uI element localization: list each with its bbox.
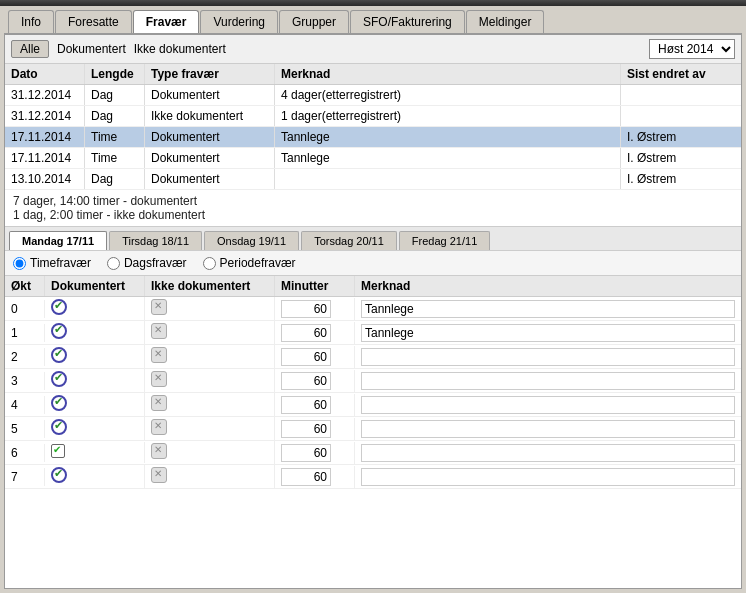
- tab-meldinger[interactable]: Meldinger: [466, 10, 545, 33]
- tab-vurdering[interactable]: Vurdering: [200, 10, 278, 33]
- week-tab-tue[interactable]: Tirsdag 18/11: [109, 231, 202, 250]
- cell-dato: 17.11.2014: [5, 148, 85, 168]
- radio-dagsfrav[interactable]: Dagsfravær: [107, 256, 187, 270]
- fravar-table: 31.12.2014 Dag Dokumentert 4 dager(etter…: [5, 85, 741, 190]
- dr-dok-0[interactable]: [45, 297, 145, 320]
- tab-sfo[interactable]: SFO/Fakturering: [350, 10, 465, 33]
- dr-dok-3[interactable]: [45, 369, 145, 392]
- check-green-icon[interactable]: [51, 371, 67, 387]
- x-grey-icon[interactable]: [151, 371, 167, 387]
- cell-type: Dokumentert: [145, 169, 275, 189]
- dr-okt-4: 4: [5, 396, 45, 414]
- dr-min-2[interactable]: [275, 346, 355, 368]
- col-lengde: Lengde: [85, 64, 145, 84]
- check-green-icon[interactable]: [51, 467, 67, 483]
- dr-dok-5[interactable]: [45, 417, 145, 440]
- dr-ikkdok-5[interactable]: [145, 417, 275, 440]
- dr-min-3[interactable]: [275, 370, 355, 392]
- cell-type: Dokumentert: [145, 127, 275, 147]
- dr-okt-1: 1: [5, 324, 45, 342]
- week-tab-wed[interactable]: Onsdag 19/11: [204, 231, 299, 250]
- table-row-selected[interactable]: 17.11.2014 Time Dokumentert Tannlege I. …: [5, 127, 741, 148]
- cell-sist: I. Østrem: [621, 127, 741, 147]
- tab-fravar[interactable]: Fravær: [133, 10, 200, 33]
- dr-ikkdok-2[interactable]: [145, 345, 275, 368]
- alle-button[interactable]: Alle: [11, 40, 49, 58]
- dr-dok-1[interactable]: [45, 321, 145, 344]
- dr-min-4[interactable]: [275, 394, 355, 416]
- dr-ikkdok-3[interactable]: [145, 369, 275, 392]
- table-row[interactable]: 13.10.2014 Dag Dokumentert I. Østrem: [5, 169, 741, 190]
- x-grey-icon[interactable]: [151, 323, 167, 339]
- week-tabs: Mandag 17/11 Tirsdag 18/11 Onsdag 19/11 …: [5, 226, 741, 251]
- check-green-icon[interactable]: [51, 299, 67, 315]
- dr-okt-5: 5: [5, 420, 45, 438]
- dr-okt-6: 6: [5, 444, 45, 462]
- radio-dagsfrav-label: Dagsfravær: [124, 256, 187, 270]
- dr-min-5[interactable]: [275, 418, 355, 440]
- dr-merk-7[interactable]: [355, 466, 741, 488]
- check-green-icon[interactable]: [51, 347, 67, 363]
- x-grey-icon[interactable]: [151, 299, 167, 315]
- dr-dok-6[interactable]: [45, 442, 145, 463]
- cell-merknad: 4 dager(etterregistrert): [275, 85, 621, 105]
- week-tab-mon[interactable]: Mandag 17/11: [9, 231, 107, 250]
- dr-min-7[interactable]: [275, 466, 355, 488]
- tab-grupper[interactable]: Grupper: [279, 10, 349, 33]
- detail-row-2: 2: [5, 345, 741, 369]
- ikke-dokumentert-filter[interactable]: Ikke dokumentert: [134, 42, 226, 56]
- dr-min-6[interactable]: [275, 442, 355, 464]
- dr-merk-0[interactable]: [355, 298, 741, 320]
- table-row[interactable]: 17.11.2014 Time Dokumentert Tannlege I. …: [5, 148, 741, 169]
- col-merknad: Merknad: [275, 64, 621, 84]
- absence-type-radio: Timefravær Dagsfravær Periodefravær: [5, 251, 741, 276]
- x-grey-icon[interactable]: [151, 467, 167, 483]
- week-tab-thu[interactable]: Torsdag 20/11: [301, 231, 397, 250]
- dr-ikkdok-6[interactable]: [145, 441, 275, 464]
- dr-min-0[interactable]: [275, 298, 355, 320]
- dokumentert-filter[interactable]: Dokumentert: [57, 42, 126, 56]
- dr-merk-4[interactable]: [355, 394, 741, 416]
- dr-merk-3[interactable]: [355, 370, 741, 392]
- cell-sist: [621, 85, 741, 105]
- dr-merk-5[interactable]: [355, 418, 741, 440]
- dr-merk-1[interactable]: [355, 322, 741, 344]
- radio-periodefrav[interactable]: Periodefravær: [203, 256, 296, 270]
- detail-row-0: 0: [5, 297, 741, 321]
- week-tab-fri[interactable]: Fredag 21/11: [399, 231, 490, 250]
- dr-dok-4[interactable]: [45, 393, 145, 416]
- x-grey-icon[interactable]: [151, 419, 167, 435]
- detail-row-3: 3: [5, 369, 741, 393]
- detail-row-5: 5: [5, 417, 741, 441]
- cell-dato: 31.12.2014: [5, 85, 85, 105]
- dr-okt-7: 7: [5, 468, 45, 486]
- check-green-icon[interactable]: [51, 419, 67, 435]
- table-row[interactable]: 31.12.2014 Dag Dokumentert 4 dager(etter…: [5, 85, 741, 106]
- check-green-icon[interactable]: [51, 323, 67, 339]
- dr-ikkdok-7[interactable]: [145, 465, 275, 488]
- tab-foresatte[interactable]: Foresatte: [55, 10, 132, 33]
- dr-merk-2[interactable]: [355, 346, 741, 368]
- check-green-icon[interactable]: [51, 395, 67, 411]
- dr-dok-7[interactable]: [45, 465, 145, 488]
- dr-okt-0: 0: [5, 300, 45, 318]
- season-select[interactable]: Høst 2014: [649, 39, 735, 59]
- x-grey-icon[interactable]: [151, 347, 167, 363]
- table-row[interactable]: 31.12.2014 Dag Ikke dokumentert 1 dager(…: [5, 106, 741, 127]
- dr-merk-6[interactable]: [355, 442, 741, 464]
- dr-ikkdok-4[interactable]: [145, 393, 275, 416]
- dr-okt-3: 3: [5, 372, 45, 390]
- dr-dok-2[interactable]: [45, 345, 145, 368]
- cell-lengde: Time: [85, 148, 145, 168]
- dr-min-1[interactable]: [275, 322, 355, 344]
- detail-row-1: 1: [5, 321, 741, 345]
- detail-table-body: 0 1 2: [5, 297, 741, 588]
- detail-table-header: Økt Dokumentert Ikke dokumentert Minutte…: [5, 276, 741, 297]
- x-grey-icon[interactable]: [151, 443, 167, 459]
- dr-ikkdok-0[interactable]: [145, 297, 275, 320]
- radio-timefrav[interactable]: Timefravær: [13, 256, 91, 270]
- check-box-icon[interactable]: [51, 444, 65, 458]
- dr-ikkdok-1[interactable]: [145, 321, 275, 344]
- tab-info[interactable]: Info: [8, 10, 54, 33]
- x-grey-icon[interactable]: [151, 395, 167, 411]
